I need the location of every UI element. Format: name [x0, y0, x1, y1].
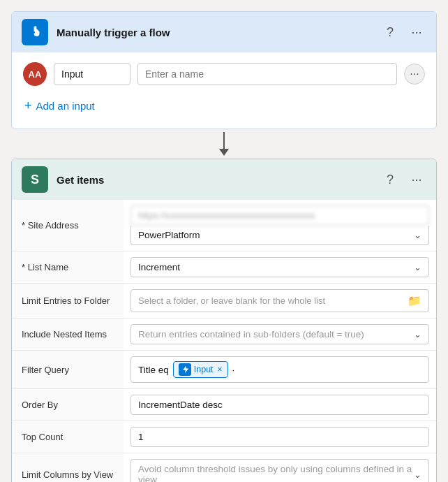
top-count-label: Top Count [12, 421, 124, 453]
list-name-label: * List Name [12, 251, 124, 283]
order-by-input[interactable] [130, 395, 429, 415]
trigger-header-actions: ? ··· [380, 22, 426, 42]
trigger-more-button[interactable]: ··· [407, 22, 426, 42]
action-icon: S [22, 166, 48, 193]
site-address-blurred: https://xxxxxxxxxxxxxxxxxxxxxxxxxxxxxxxx… [130, 205, 429, 226]
trigger-body: AA ··· + Add an input [12, 52, 436, 129]
limit-entries-label: Limit Entries to Folder [12, 284, 124, 318]
arrow-line [223, 132, 225, 149]
nested-items-row: Include Nested Items Return entries cont… [12, 319, 436, 351]
filter-query-control: Title eq Input × · [124, 351, 436, 388]
folder-icon: 📁 [408, 294, 421, 307]
limit-columns-row: Limit Columns by View Avoid column thres… [12, 453, 436, 482]
trigger-header: Manually trigger a flow ? ··· [12, 12, 436, 52]
folder-select[interactable]: Select a folder, or leave blank for the … [130, 289, 429, 312]
order-by-control [124, 389, 436, 421]
plus-icon: + [24, 98, 32, 113]
order-by-row: Order By [12, 389, 436, 421]
input-row: AA ··· [23, 62, 425, 86]
action-card: S Get items ? ··· * Site Address https:/… [11, 159, 437, 482]
input-name-field[interactable] [54, 63, 130, 85]
filter-query-suffix: · [232, 365, 235, 375]
list-name-value: Increment [138, 262, 180, 272]
arrow-head [219, 149, 229, 156]
site-address-dropdown[interactable]: PowerPlatform ⌄ [130, 226, 429, 245]
list-name-select[interactable]: Increment ⌄ [130, 257, 429, 277]
trigger-help-button[interactable]: ? [380, 22, 400, 42]
nested-items-value: Return entries contained in sub-folders … [138, 329, 364, 339]
site-address-label: * Site Address [12, 200, 124, 251]
top-count-row: Top Count [12, 421, 436, 453]
action-more-button[interactable]: ··· [407, 170, 426, 189]
trigger-icon [22, 19, 48, 45]
top-count-control [124, 421, 436, 453]
order-by-label: Order By [12, 389, 124, 421]
add-input-button[interactable]: + Add an input [23, 96, 96, 116]
token-icon [179, 363, 191, 376]
trigger-card: Manually trigger a flow ? ··· AA ··· + A… [11, 11, 437, 129]
nested-items-control: Return entries contained in sub-folders … [124, 319, 436, 350]
filter-query-prefix: Title eq [138, 365, 169, 375]
limit-columns-control: Avoid column threshold issues by only us… [124, 453, 436, 482]
limit-entries-control: Select a folder, or leave blank for the … [124, 284, 436, 318]
action-body: * Site Address https://xxxxxxxxxxxxxxxxx… [12, 200, 436, 482]
action-title: Get items [57, 174, 372, 186]
add-input-label: Add an input [36, 100, 95, 112]
chevron-down-icon: ⌄ [414, 262, 421, 272]
limit-columns-placeholder: Avoid column threshold issues by only us… [138, 464, 414, 482]
list-name-row: * List Name Increment ⌄ [12, 251, 436, 284]
nested-items-select[interactable]: Return entries contained in sub-folders … [130, 324, 429, 344]
filter-query-row: Filter Query Title eq Input × [12, 351, 436, 389]
site-address-field[interactable]: https://xxxxxxxxxxxxxxxxxxxxxxxxxxxxxxxx… [130, 205, 429, 245]
hand-icon [27, 24, 43, 40]
top-count-input[interactable] [130, 427, 429, 447]
chevron-down-icon: ⌄ [414, 329, 421, 339]
page-wrapper: Manually trigger a flow ? ··· AA ··· + A… [11, 11, 437, 482]
folder-placeholder: Select a folder, or leave blank for the … [138, 295, 325, 306]
chevron-down-icon: ⌄ [414, 230, 421, 240]
limit-columns-label: Limit Columns by View [12, 453, 124, 482]
chevron-down-icon: ⌄ [414, 469, 421, 480]
token-close-button[interactable]: × [218, 365, 223, 374]
site-address-control: https://xxxxxxxxxxxxxxxxxxxxxxxxxxxxxxxx… [124, 200, 436, 251]
lightning-icon [181, 365, 189, 374]
limit-entries-row: Limit Entries to Folder Select a folder,… [12, 284, 436, 319]
action-header: S Get items ? ··· [12, 159, 436, 200]
input-more-button[interactable]: ··· [404, 64, 425, 85]
filter-query-field[interactable]: Title eq Input × · [130, 356, 429, 383]
input-token[interactable]: Input × [173, 361, 228, 378]
action-header-actions: ? ··· [380, 170, 426, 189]
site-address-row: * Site Address https://xxxxxxxxxxxxxxxxx… [12, 200, 436, 251]
filter-query-label: Filter Query [12, 351, 124, 388]
avatar: AA [23, 62, 47, 86]
down-arrow-connector [219, 132, 229, 156]
action-help-button[interactable]: ? [380, 170, 400, 189]
list-name-control: Increment ⌄ [124, 251, 436, 283]
nested-items-label: Include Nested Items [12, 319, 124, 350]
limit-columns-select[interactable]: Avoid column threshold issues by only us… [130, 459, 429, 482]
token-label: Input [194, 365, 214, 374]
input-value-field[interactable] [137, 63, 397, 85]
trigger-title: Manually trigger a flow [57, 27, 372, 38]
